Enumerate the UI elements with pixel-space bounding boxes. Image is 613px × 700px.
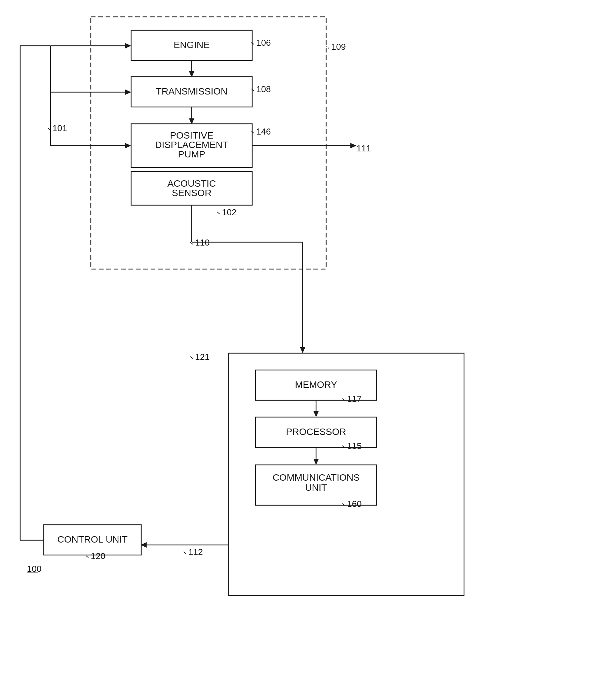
svg-line-36 (86, 556, 89, 558)
svg-line-11 (48, 128, 50, 130)
memory-ref: 117 (347, 394, 362, 404)
pump-ref: 146 (256, 127, 271, 137)
comm-label-line2: UNIT (305, 482, 327, 493)
acoustic-ref: 102 (222, 207, 236, 217)
engine-ref: 106 (256, 38, 271, 48)
acoustic-label-line1: ACOUSTIC (168, 178, 216, 189)
engine-label: ENGINE (173, 40, 209, 50)
ref-101: 101 (52, 123, 67, 133)
acoustic-label-line2: SENSOR (172, 188, 211, 198)
ref-100: 100 (27, 564, 41, 574)
svg-marker-23 (300, 347, 305, 353)
pump-label-line2: DISPLACEMENT (155, 140, 228, 150)
comm-ref: 160 (347, 499, 362, 509)
ref-121: 121 (195, 352, 209, 362)
ref-111: 111 (356, 143, 371, 153)
processor-ref: 115 (347, 441, 362, 451)
svg-line-8 (326, 47, 329, 49)
memory-label: MEMORY (295, 379, 337, 390)
svg-line-25 (190, 357, 193, 359)
transmission-label: TRANSMISSION (156, 86, 227, 96)
dashed-group-ref: 109 (331, 42, 346, 52)
comm-label-line1: COMMUNICATIONS (272, 472, 360, 483)
svg-line-35 (184, 552, 186, 554)
ref-112: 112 (188, 547, 203, 557)
ref-110: 110 (195, 237, 209, 248)
processor-label: PROCESSOR (286, 427, 346, 437)
pump-label-line3: PUMP (178, 149, 206, 159)
control-unit-label: CONTROL UNIT (57, 534, 128, 545)
pump-label-line1: POSITIVE (170, 130, 213, 141)
diagram-container: ENGINE 106 TRANSMISSION 108 POSITIVE DIS… (0, 0, 613, 700)
svg-marker-19 (350, 143, 356, 148)
control-unit-ref: 120 (91, 551, 105, 561)
transmission-ref: 108 (256, 84, 271, 94)
